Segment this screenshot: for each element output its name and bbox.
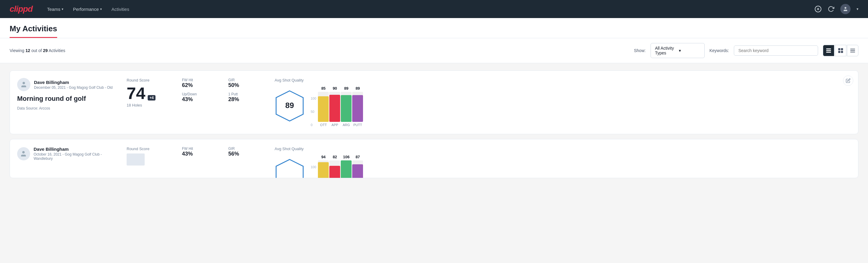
- bar-ott: 85 OTT: [318, 86, 329, 127]
- card-score: Round Score 74 +4 18 Holes: [127, 78, 175, 108]
- bar-arg-2: 106 ARG: [341, 155, 351, 178]
- nav-icons: ▾: [814, 4, 858, 14]
- oneputt-value: 28%: [228, 96, 268, 103]
- bar-ott-label: OTT: [320, 123, 327, 127]
- quality-content-2: 100 50 0 94 OTT 82: [275, 155, 851, 178]
- user-date-2: October 16, 2021 - Gog Magog Golf Club -…: [34, 152, 119, 161]
- avg-quality-label: Avg Shot Quality: [275, 78, 851, 83]
- nav-activities[interactable]: Activities: [112, 4, 129, 14]
- user-avatar-button[interactable]: [840, 4, 850, 14]
- bar-arg-fill: [341, 95, 351, 122]
- svg-rect-11: [850, 49, 855, 49]
- fw-hit-label-2: FW Hit: [182, 147, 221, 151]
- round-score-label-2: Round Score: [127, 147, 175, 151]
- gir-stat-2: GIR 56%: [228, 147, 268, 157]
- card-score-2: Round Score: [127, 147, 175, 166]
- gir-stat: GIR 50%: [228, 78, 268, 88]
- svg-rect-7: [838, 48, 840, 50]
- keywords-label: Keywords:: [710, 48, 729, 53]
- edit-button[interactable]: [843, 76, 853, 86]
- card-stats: FW Hit 62% Up/Down 43%: [182, 78, 221, 106]
- y-axis: 100 50 0: [311, 96, 316, 127]
- fw-hit-label: FW Hit: [182, 78, 221, 82]
- bar-ott-value-2: 94: [321, 155, 326, 159]
- bar-app-value: 90: [333, 86, 337, 91]
- bar-putt-label: PUTT: [353, 123, 362, 127]
- bar-ott-value: 85: [321, 86, 326, 91]
- fw-hit-value: 62%: [182, 82, 221, 88]
- list-view-button[interactable]: [823, 45, 834, 56]
- bar-chart: 100 50 0 85 OTT 90: [311, 86, 363, 127]
- user-chevron[interactable]: ▾: [857, 7, 858, 11]
- svg-marker-17: [276, 159, 303, 178]
- viewing-total: 29: [43, 48, 48, 53]
- svg-rect-4: [826, 49, 831, 49]
- view-toggle: [823, 45, 858, 56]
- bar-app-2: 82 APP: [329, 155, 340, 178]
- bar-arg-value-2: 106: [343, 155, 350, 159]
- gir-value: 50%: [228, 82, 268, 88]
- bar-app: 90 APP: [329, 86, 340, 127]
- svg-rect-10: [841, 51, 843, 53]
- add-button[interactable]: [814, 5, 822, 12]
- compact-view-button[interactable]: [847, 45, 858, 56]
- nav-performance-chevron: ▾: [100, 7, 102, 11]
- bar-putt-fill-2: [352, 164, 363, 178]
- hexagon-score-text: 89: [285, 101, 294, 110]
- svg-point-3: [844, 7, 846, 9]
- bar-app-track-2: [329, 160, 340, 178]
- quality-section: Avg Shot Quality 89 100 50 0: [275, 78, 851, 127]
- toolbar: Viewing 12 out of 29 Activities Show: Al…: [0, 38, 868, 63]
- fw-hit-stat-2: FW Hit 43%: [182, 147, 221, 157]
- nav-teams[interactable]: Teams ▾: [47, 4, 63, 14]
- bar-app-value-2: 82: [333, 155, 337, 159]
- bar-chart-2: 100 50 0 94 OTT 82: [311, 155, 363, 178]
- score-placeholder: [127, 153, 145, 166]
- refresh-button[interactable]: [828, 6, 834, 12]
- card-user: Dave Billingham December 05, 2021 - Gog …: [17, 78, 119, 91]
- filter-value: All Activity Types: [655, 46, 676, 55]
- bar-putt-fill: [352, 95, 363, 122]
- data-source: Data Source: Arccos: [17, 106, 119, 111]
- card-stats-4: GIR 56%: [228, 147, 268, 161]
- activities-list: Dave Billingham December 05, 2021 - Gog …: [0, 63, 868, 185]
- user-date: December 05, 2021 - Gog Magog Golf Club …: [34, 85, 113, 90]
- bar-putt-value-2: 87: [355, 155, 360, 159]
- nav-performance[interactable]: Performance ▾: [73, 4, 102, 14]
- fw-hit-stat: FW Hit 62%: [182, 78, 221, 88]
- activity-type-filter[interactable]: All Activity Types ▾: [651, 43, 705, 58]
- updown-value: 43%: [182, 96, 221, 103]
- user-avatar: [17, 78, 30, 91]
- search-input[interactable]: [734, 46, 818, 56]
- bar-ott-track-2: [318, 160, 329, 178]
- fw-hit-value-2: 43%: [182, 151, 221, 157]
- user-info: Dave Billingham December 05, 2021 - Gog …: [34, 80, 113, 90]
- oneputt-label: 1 Putt: [228, 92, 268, 96]
- page-header: My Activities: [0, 18, 868, 38]
- oneputt-stat: 1 Putt 28%: [228, 92, 268, 103]
- card-left: Dave Billingham December 05, 2021 - Gog …: [17, 78, 119, 111]
- svg-rect-12: [850, 50, 855, 51]
- viewing-text: Viewing 12 out of 29 Activities: [10, 48, 629, 53]
- bar-app-label: APP: [332, 123, 338, 127]
- y-axis-2: 100 50 0: [311, 165, 316, 178]
- bar-arg-track: [341, 92, 351, 122]
- bar-putt-track-2: [352, 160, 363, 178]
- bar-app-track: [329, 92, 340, 122]
- bar-arg: 89 ARG: [341, 86, 351, 127]
- gir-label-2: GIR: [228, 147, 268, 151]
- page-title: My Activities: [10, 24, 57, 38]
- bar-ott-fill-2: [318, 162, 329, 178]
- quality-content: 89 100 50 0 85: [275, 86, 851, 127]
- hexagon-svg-2: [275, 158, 305, 178]
- bar-ott-2: 94 OTT: [318, 155, 329, 178]
- gir-value-2: 56%: [228, 151, 268, 157]
- avg-quality-label-2: Avg Shot Quality: [275, 147, 851, 151]
- bar-arg-label: ARG: [343, 123, 350, 127]
- hexagon-svg: 89: [275, 89, 305, 122]
- bar-arg-fill-2: [341, 160, 351, 178]
- bar-putt-value: 89: [355, 86, 360, 91]
- score-main: 74 +4: [127, 85, 175, 102]
- grid-view-button[interactable]: [835, 45, 846, 56]
- svg-point-14: [23, 82, 25, 84]
